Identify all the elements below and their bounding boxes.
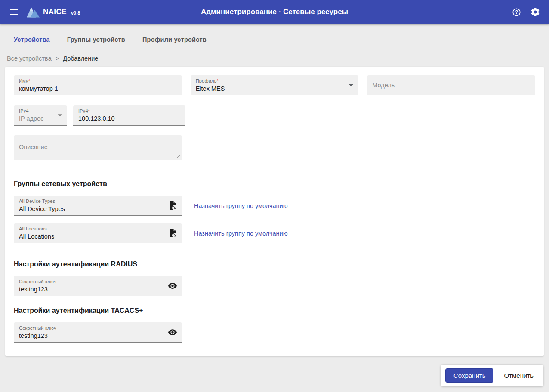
breadcrumb-root[interactable]: Все устройства	[7, 55, 52, 62]
ip-version-select[interactable]: IPv4 IP адрес	[14, 105, 67, 126]
device-type-group-label: All Device Types	[19, 199, 177, 204]
device-type-group-value: All Device Types	[19, 205, 177, 213]
cancel-button[interactable]: Отменить	[499, 369, 539, 382]
ip-address-field[interactable]: IPv4* 100.123.0.10	[73, 105, 185, 126]
profile-select-value: Eltex MES	[196, 85, 354, 93]
profile-select-label: Профиль*	[196, 78, 354, 84]
ip-address-field-label: IPv4*	[78, 108, 180, 114]
chevron-down-icon	[55, 110, 65, 120]
app-header: NAICE v0.8 Администрирование · Сетевые р…	[0, 0, 549, 24]
device-type-group-row: All Device Types All Device Types Назнач…	[14, 196, 535, 216]
breadcrumb-current: Добавление	[63, 55, 98, 62]
tab-device-groups-label: Группы устройств	[67, 36, 125, 43]
name-field-label: Имя*	[19, 78, 177, 84]
name-field-value: коммутатор 1	[19, 85, 177, 93]
device-type-group-field[interactable]: All Device Types All Device Types	[14, 196, 182, 216]
profile-select-label-text: Профиль	[196, 78, 217, 83]
device-form-card: Имя* коммутатор 1 Профиль* Eltex MES Мод…	[5, 67, 544, 356]
form-row-2: IPv4 IP адрес IPv4* 100.123.0.10	[14, 105, 535, 126]
eye-icon	[168, 281, 177, 291]
breadcrumb-separator: >	[56, 55, 59, 62]
gear-icon	[530, 7, 540, 17]
app-header-right: ?	[509, 4, 543, 20]
location-group-label: All Locations	[19, 226, 177, 232]
radius-secret-field[interactable]: Секретный ключ testing123	[14, 276, 182, 296]
assign-location-group-button[interactable]	[166, 227, 179, 239]
tab-device-profiles[interactable]: Профили устройств	[136, 30, 213, 49]
section-divider	[5, 252, 544, 252]
location-group-value: All Locations	[19, 233, 177, 241]
model-field[interactable]: Модель	[367, 75, 535, 95]
tab-devices[interactable]: Устройства	[7, 30, 57, 49]
radius-secret-label: Секретный ключ	[19, 279, 177, 285]
hamburger-icon	[9, 7, 19, 17]
chevron-down-icon	[346, 80, 356, 90]
app-version: v0.8	[71, 10, 80, 15]
radius-secret-value: testing123	[19, 285, 177, 294]
form-row-1: Имя* коммутатор 1 Профиль* Eltex MES Мод…	[14, 75, 535, 95]
ip-address-label-text: IPv4	[78, 108, 88, 113]
svg-text:?: ?	[515, 9, 518, 15]
app-header-left: NAICE v0.8	[6, 4, 80, 20]
required-asterisk: *	[217, 78, 219, 83]
tab-devices-label: Устройства	[14, 36, 50, 43]
tacacs-secret-field[interactable]: Секретный ключ testing123	[14, 322, 182, 343]
help-icon: ?	[512, 7, 521, 17]
tacacs-section-title: Настройки аутентификации TACACS+	[14, 307, 535, 315]
assign-device-type-group-button[interactable]	[166, 199, 179, 212]
page-title: Администрирование · Сетевые ресурсы	[201, 8, 348, 16]
radius-visibility-toggle-button[interactable]	[166, 279, 179, 292]
tacacs-visibility-toggle-button[interactable]	[166, 326, 179, 339]
location-group-field[interactable]: All Locations All Locations	[14, 223, 182, 243]
app-name: NAICE	[43, 8, 67, 16]
help-button[interactable]: ?	[509, 4, 524, 20]
description-placeholder: Описание	[19, 143, 177, 151]
required-asterisk: *	[88, 108, 90, 113]
groups-section-title: Группы сетевых устройств	[14, 180, 535, 188]
ip-version-label-text: IPv4	[19, 108, 29, 113]
section-divider	[5, 172, 544, 172]
model-field-placeholder: Модель	[372, 81, 395, 89]
tacacs-secret-value: testing123	[19, 332, 177, 340]
location-group-row: All Locations All Locations Назначить гр…	[14, 223, 535, 243]
profile-select[interactable]: Профиль* Eltex MES	[191, 75, 359, 95]
action-bar: Сохранить Отменить	[441, 365, 543, 386]
tab-bar: Устройства Группы устройств Профили устр…	[0, 30, 549, 49]
required-asterisk: *	[28, 78, 30, 83]
ip-address-field-value: 100.123.0.10	[78, 115, 180, 123]
name-field-label-text: Имя	[19, 78, 28, 83]
breadcrumb: Все устройства > Добавление	[0, 49, 549, 67]
assign-default-device-type-group-link[interactable]: Назначить группу по умолчанию	[194, 202, 288, 209]
menu-button[interactable]	[6, 4, 22, 20]
tacacs-secret-label: Секретный ключ	[19, 325, 177, 331]
document-arrow-icon	[167, 228, 178, 238]
radius-section-title: Настройки аутентификации RADIUS	[14, 260, 535, 268]
tab-device-profiles-label: Профили устройств	[142, 36, 207, 43]
resize-handle-icon[interactable]	[176, 154, 181, 159]
name-field[interactable]: Имя* коммутатор 1	[14, 75, 182, 95]
document-arrow-icon	[167, 200, 178, 211]
settings-button[interactable]	[527, 4, 543, 20]
save-button[interactable]: Сохранить	[445, 368, 494, 383]
description-textarea[interactable]: Описание	[14, 135, 182, 160]
app-logo-icon	[27, 6, 40, 18]
tab-device-groups[interactable]: Группы устройств	[60, 30, 132, 49]
assign-default-location-group-link[interactable]: Назначить группу по умолчанию	[194, 230, 288, 237]
eye-icon	[168, 328, 177, 337]
